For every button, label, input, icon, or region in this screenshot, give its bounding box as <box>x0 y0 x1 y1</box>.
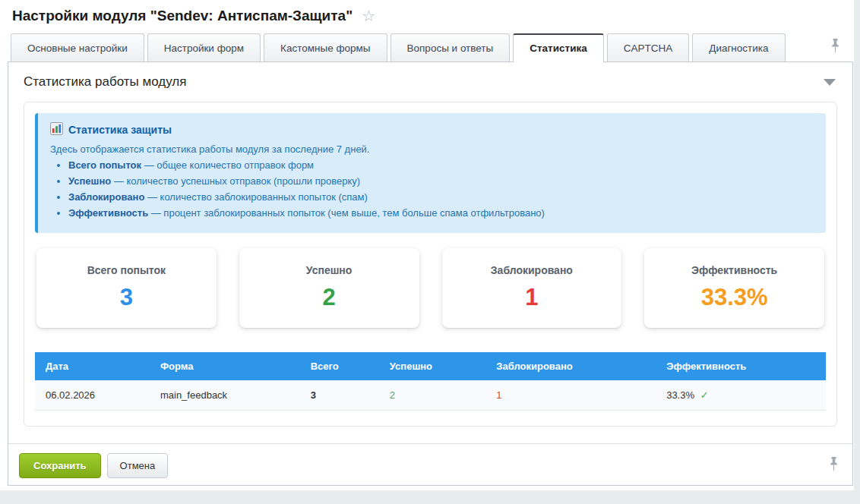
column-header-efficiency: Эффективность <box>656 352 826 380</box>
info-box-description: Здесь отображается статистика работы мод… <box>50 143 814 155</box>
cell-efficiency: 33.3% ✓ <box>656 380 826 411</box>
favorite-star-icon[interactable]: ☆ <box>362 8 375 24</box>
statistics-table: Дата Форма Всего Успешно Заблокировано Э… <box>35 352 826 411</box>
list-item-desc: — количество заблокированных попыток (сп… <box>147 191 368 203</box>
stat-card-blocked: Заблокировано 1 <box>442 248 622 328</box>
statistics-container: Статистика защиты Здесь отображается ста… <box>24 102 837 427</box>
list-item: Эффективность — процент заблокированных … <box>68 207 814 219</box>
list-item: Успешно — количество успешных отправок (… <box>68 175 814 187</box>
tab-diagnostics[interactable]: Диагностика <box>692 33 785 61</box>
list-item-desc: — количество успешных отправок (прошли п… <box>114 175 360 187</box>
section-title: Статистика работы модуля <box>24 74 186 90</box>
check-icon: ✓ <box>700 389 709 401</box>
stat-card-label: Всего попыток <box>44 264 209 276</box>
cell-date: 06.02.2026 <box>35 380 150 411</box>
tab-captcha[interactable]: CAPTCHA <box>607 33 690 61</box>
buttons-bar: Сохранить Отмена <box>8 443 852 485</box>
list-item-term: Заблокировано <box>68 191 144 203</box>
list-item: Всего попыток — общее количество отправо… <box>68 159 814 171</box>
tab-form-settings[interactable]: Настройки форм <box>147 33 261 61</box>
stat-card-label: Заблокировано <box>450 264 615 276</box>
table-row: 06.02.2026 main_feedback 3 2 1 33.3% ✓ <box>35 380 826 411</box>
list-item-term: Эффективность <box>68 207 148 219</box>
cell-blocked: 1 <box>485 380 656 411</box>
admin-workarea: Настройки модуля "Sendev: Антиспам-Защит… <box>0 0 854 490</box>
list-item-desc: — процент заблокированных попыток (чем в… <box>151 207 545 219</box>
cancel-button[interactable]: Отмена <box>107 453 169 478</box>
stat-card-value: 33.3% <box>652 285 817 309</box>
list-item-term: Успешно <box>68 175 111 187</box>
stat-card-success: Успешно 2 <box>239 248 419 328</box>
stat-cards-row: Всего попыток 3 Успешно 2 Заблокировано … <box>36 248 824 328</box>
column-header-form: Форма <box>150 352 300 380</box>
stat-card-value: 1 <box>450 285 615 309</box>
stat-card-label: Эффективность <box>652 264 817 276</box>
column-header-success: Успешно <box>379 352 486 380</box>
save-button[interactable]: Сохранить <box>19 453 101 478</box>
column-header-blocked: Заблокировано <box>485 352 656 380</box>
tab-faq[interactable]: Вопросы и ответы <box>390 33 511 61</box>
list-item-desc: — общее количество отправок форм <box>144 159 314 171</box>
info-box-title: Статистика защиты <box>68 124 172 136</box>
table-header: Дата Форма Всего Успешно Заблокировано Э… <box>35 352 826 380</box>
list-item: Заблокировано — количество заблокированн… <box>68 191 814 203</box>
pin-icon[interactable] <box>830 38 840 55</box>
section-header: Статистика работы модуля <box>8 62 852 96</box>
stat-card-label: Успешно <box>247 264 412 276</box>
info-box: Статистика защиты Здесь отображается ста… <box>35 113 826 233</box>
stat-card-efficiency: Эффективность 33.3% <box>644 248 824 328</box>
cell-success: 2 <box>379 380 486 411</box>
stat-card-value: 2 <box>247 285 412 309</box>
page-title-row: Настройки модуля "Sendev: Антиспам-Защит… <box>0 0 854 24</box>
stat-card-value: 3 <box>44 285 209 309</box>
bar-chart-icon <box>50 122 63 137</box>
tab-main-settings[interactable]: Основные настройки <box>11 33 144 61</box>
page-title: Настройки модуля "Sendev: Антиспам-Защит… <box>12 8 353 24</box>
cell-total: 3 <box>300 380 379 411</box>
column-header-total: Всего <box>300 352 379 380</box>
column-header-date: Дата <box>35 352 150 380</box>
stat-card-total: Всего попыток 3 <box>36 248 217 328</box>
cell-form: main_feedback <box>150 380 300 411</box>
tabs-bar: Основные настройки Настройки форм Кастом… <box>0 24 854 61</box>
info-box-header: Статистика защиты <box>50 122 814 137</box>
list-item-term: Всего попыток <box>68 159 141 171</box>
tab-statistics[interactable]: Статистика <box>513 33 603 62</box>
pin-icon[interactable] <box>829 456 839 474</box>
efficiency-value: 33.3% <box>666 389 694 401</box>
info-box-list: Всего попыток — общее количество отправо… <box>50 159 814 219</box>
chevron-down-icon[interactable] <box>824 79 836 86</box>
tab-custom-forms[interactable]: Кастомные формы <box>264 33 387 61</box>
tab-content-panel: Статистика работы модуля Статистика защи <box>8 61 853 486</box>
